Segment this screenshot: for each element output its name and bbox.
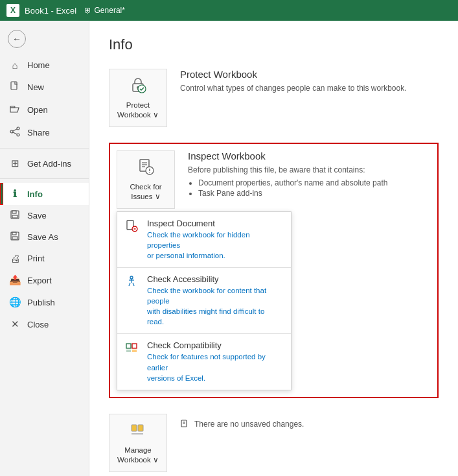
manage-workbook-label: ManageWorkbook ∨ — [117, 446, 159, 465]
svg-rect-33 — [126, 350, 131, 352]
compatibility-content: Check Compatibility Check for features n… — [147, 340, 283, 383]
inspect-document-desc: Check the workbook for hidden properties… — [147, 230, 283, 261]
accessibility-desc: Check the workbook for content that peop… — [147, 285, 283, 327]
page-title: Info — [109, 36, 439, 53]
sidebar-label-new: New — [27, 82, 44, 92]
svg-rect-9 — [12, 215, 17, 218]
back-button[interactable]: ← — [8, 30, 26, 48]
inspect-document-icon — [125, 219, 139, 235]
sidebar-item-open[interactable]: Open — [0, 99, 89, 121]
sidebar-item-info[interactable]: ℹ Info — [0, 183, 89, 205]
protect-workbook-title: Protect Workbook — [180, 69, 439, 80]
sidebar-item-export[interactable]: 📤 Export — [0, 269, 89, 291]
new-icon — [9, 81, 21, 93]
titlebar: X Book1 - Excel ⛨ General* — [0, 0, 458, 21]
svg-rect-35 — [132, 425, 137, 431]
sidebar-item-close[interactable]: ✕ Close — [0, 313, 89, 335]
addins-icon: ⊞ — [9, 158, 21, 169]
sidebar-item-publish[interactable]: 🌐 Publish — [0, 291, 89, 313]
inspect-content: Inspect Workbook Before publishing this … — [188, 150, 431, 199]
sidebar-item-share[interactable]: Share — [0, 121, 89, 144]
manage-note-text: There are no unsaved changes. — [194, 420, 304, 429]
export-icon: 📤 — [9, 274, 21, 286]
app-logo: X — [6, 4, 19, 17]
inspect-title: Inspect Workbook — [188, 150, 431, 161]
manage-workbook-button[interactable]: ManageWorkbook ∨ — [109, 414, 167, 472]
accessibility-content: Check Accessibility Check the workbook f… — [147, 274, 283, 327]
sidebar-label-share: Share — [27, 128, 50, 137]
sidebar-label-get-addins: Get Add-ins — [27, 159, 71, 169]
sidebar-label-save: Save — [27, 211, 47, 220]
svg-point-2 — [17, 127, 19, 130]
open-icon — [9, 104, 21, 116]
compatibility-title: Check Compatibility — [147, 340, 283, 350]
inspect-bullet-1: Document properties, author's name and a… — [198, 178, 431, 187]
sidebar-item-save[interactable]: Save — [0, 205, 89, 226]
manage-icon — [129, 421, 147, 443]
sidebar-item-get-addins[interactable]: ⊞ Get Add-ins — [0, 152, 89, 174]
print-icon: 🖨 — [9, 253, 21, 264]
svg-rect-0 — [11, 82, 17, 89]
svg-line-29 — [129, 283, 130, 286]
check-compatibility-item[interactable]: Check Compatibility Check for features n… — [117, 334, 291, 389]
protect-workbook-label: ProtectWorkbook ∨ — [117, 101, 159, 120]
sidebar-label-open: Open — [27, 105, 48, 115]
svg-rect-12 — [12, 237, 17, 239]
manage-note: There are no unsaved changes. — [180, 419, 439, 430]
save-as-icon — [9, 232, 21, 243]
accessibility-title: Check Accessibility — [147, 274, 283, 284]
sidebar-label-save-as: Save As — [27, 232, 58, 242]
publish-icon: 🌐 — [9, 296, 21, 308]
protect-workbook-button[interactable]: ProtectWorkbook ∨ — [109, 69, 167, 127]
titlebar-text: Book1 - Excel — [25, 6, 76, 16]
check-issues-label: Check forIssues ∨ — [130, 182, 161, 202]
check-issues-dropdown: Inspect Document Check the workbook for … — [117, 211, 292, 390]
manage-workbook-card: ManageWorkbook ∨ There are no unsaved ch… — [109, 414, 439, 472]
svg-rect-31 — [126, 344, 131, 348]
main-content: Info ProtectWorkbook ∨ Protect Wor — [89, 21, 458, 476]
save-icon — [9, 210, 21, 221]
inspect-workbook-section: Check forIssues ∨ Inspect Workbook Befor… — [109, 143, 439, 398]
svg-point-3 — [10, 130, 13, 133]
sidebar: ← ⌂ Home New Open Share ⊞ Get Add-in — [0, 21, 89, 476]
share-icon — [9, 126, 21, 139]
inspect-desc-intro: Before publishing this file, be aware th… — [188, 164, 431, 176]
svg-rect-32 — [132, 344, 137, 348]
inspect-bullets: Document properties, author's name and a… — [188, 178, 431, 198]
protect-workbook-desc: Control what types of changes people can… — [180, 82, 439, 94]
app-body: ← ⌂ Home New Open Share ⊞ Get Add-in — [0, 21, 458, 476]
sidebar-item-new[interactable]: New — [0, 76, 89, 99]
home-icon: ⌂ — [9, 60, 21, 71]
sidebar-item-print[interactable]: 🖨 Print — [0, 248, 89, 269]
inspect-header: Check forIssues ∨ Inspect Workbook Befor… — [117, 150, 431, 209]
compatibility-icon — [125, 341, 139, 357]
sidebar-label-export: Export — [27, 276, 52, 285]
protect-workbook-card: ProtectWorkbook ∨ Protect Workbook Contr… — [109, 69, 439, 127]
sidebar-label-publish: Publish — [27, 298, 55, 307]
inspect-bullet-2: Task Pane add-ins — [198, 189, 431, 198]
svg-line-5 — [13, 129, 17, 131]
compatibility-desc: Check for features not supported by earl… — [147, 351, 283, 383]
inspect-document-item[interactable]: Inspect Document Check the workbook for … — [117, 212, 291, 267]
info-icon: ℹ — [9, 188, 21, 200]
svg-rect-11 — [12, 232, 16, 235]
manage-content: There are no unsaved changes. — [180, 414, 439, 430]
inspect-document-title: Inspect Document — [147, 219, 283, 228]
svg-point-22 — [149, 172, 150, 173]
titlebar-shield: ⛨ General* — [84, 6, 125, 15]
svg-line-30 — [133, 283, 134, 286]
svg-rect-34 — [132, 350, 137, 352]
divider-1 — [0, 148, 89, 149]
svg-rect-8 — [12, 211, 16, 213]
divider-2 — [0, 178, 89, 179]
svg-point-4 — [17, 134, 19, 136]
sidebar-label-info: Info — [27, 189, 43, 199]
check-issues-button[interactable]: Check forIssues ∨ — [117, 150, 175, 209]
svg-point-26 — [130, 276, 133, 279]
accessibility-icon — [125, 275, 139, 291]
check-accessibility-item[interactable]: Check Accessibility Check the workbook f… — [117, 268, 291, 333]
sidebar-item-save-as[interactable]: Save As — [0, 226, 89, 248]
sidebar-label-home: Home — [27, 60, 50, 70]
close-icon: ✕ — [9, 318, 21, 330]
sidebar-item-home[interactable]: ⌂ Home — [0, 54, 89, 76]
